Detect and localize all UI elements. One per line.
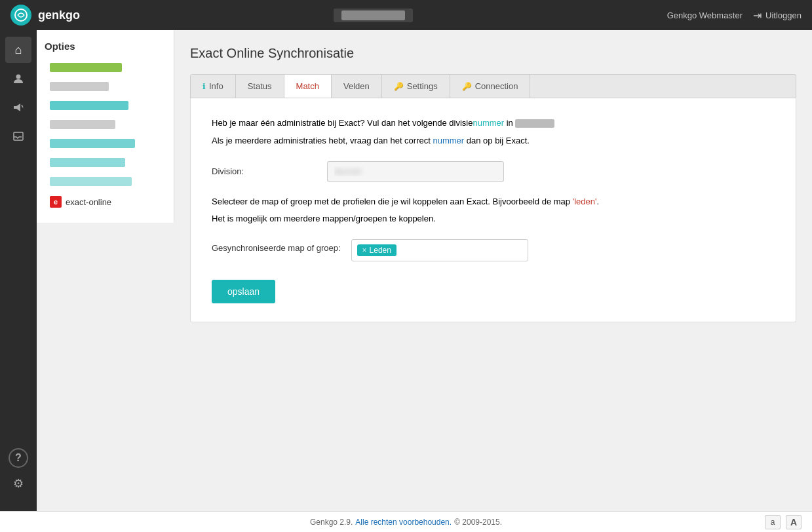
key-connection-icon: 🔑 <box>462 82 472 91</box>
division-label: Division: <box>212 166 317 176</box>
topnav-right: Genkgo Webmaster ⇥ Uitloggen <box>667 9 802 22</box>
options-item-4[interactable] <box>45 117 166 134</box>
sidebar-item-inbox[interactable] <box>5 123 31 149</box>
section2-line1-text: Selecteer de map of groep met de profiel… <box>212 197 573 206</box>
sidebar-item-megaphone[interactable] <box>5 94 31 121</box>
info-line2-suffix: dan op bij Exact. <box>464 136 530 145</box>
key-settings-icon: 🔑 <box>394 82 404 91</box>
exact-online-label: exact-online <box>66 197 111 207</box>
svg-marker-2 <box>14 104 20 111</box>
options-item-5[interactable] <box>45 136 166 153</box>
footer-text-prefix: Genkgo 2.9. <box>310 518 353 527</box>
tab-velden-label: Velden <box>343 81 370 91</box>
section2-line1-end: . <box>596 197 599 206</box>
logo-text: genkgo <box>38 9 80 22</box>
blurred-value-1 <box>515 119 554 128</box>
tab-velden[interactable]: Velden <box>332 75 382 98</box>
font-small-button[interactable]: a <box>765 515 781 529</box>
sidebar-item-users[interactable] <box>5 66 31 92</box>
options-item-6[interactable] <box>45 155 166 172</box>
tags-container[interactable]: × Leden <box>351 239 528 261</box>
tag-leden: × Leden <box>357 244 396 256</box>
tab-settings[interactable]: 🔑 Settings <box>382 75 450 98</box>
options-item-3[interactable] <box>45 98 166 115</box>
tab-status[interactable]: Status <box>236 75 284 98</box>
division-input[interactable] <box>327 161 504 182</box>
sidebar-item-settings[interactable]: ⚙ <box>5 470 31 497</box>
section2-word: 'leden' <box>573 197 597 206</box>
page-title: Exact Online Synchronisatie <box>190 46 796 61</box>
svg-rect-4 <box>14 132 23 140</box>
tab-match-label: Match <box>296 81 319 91</box>
section2-line2-text: Het is mogelijk om meerdere mappen/groep… <box>212 214 436 223</box>
info-line1-suffix: in <box>504 118 515 128</box>
content-card: Heb je maar één administratie bij Exact?… <box>190 98 796 322</box>
top-navigation: genkgo ████ Genkgo Webmaster ⇥ Uitloggen <box>0 0 812 30</box>
synced-label: Gesynchroniseerde map of groep: <box>212 239 341 253</box>
synced-row: Gesynchroniseerde map of groep: × Leden <box>212 239 775 261</box>
info-line-2: Als je meerdere administraties hebt, vra… <box>212 134 775 148</box>
svg-line-3 <box>22 105 23 107</box>
info-line2-word: nummer <box>433 136 464 145</box>
footer: Genkgo 2.9. Alle rechten voorbehouden. ©… <box>0 511 812 532</box>
logo-icon <box>10 5 31 26</box>
options-item-1[interactable] <box>45 60 166 77</box>
icon-sidebar: ⌂ ? ⚙ ··· <box>0 30 37 532</box>
section2-line-1: Selecteer de map of groep met de profiel… <box>212 195 775 209</box>
logout-icon: ⇥ <box>753 9 762 22</box>
division-row: Division: <box>212 161 775 182</box>
footer-link[interactable]: Alle rechten voorbehouden. <box>355 518 452 527</box>
tab-info-label: Info <box>209 81 223 91</box>
topnav-center-label: ████ <box>334 9 413 22</box>
options-sidebar-wrapper: Opties e exact- <box>37 30 174 532</box>
logout-label: Uitloggen <box>765 10 802 20</box>
topnav-left: genkgo <box>10 5 80 26</box>
footer-text-suffix: © 2009-2015. <box>454 518 502 527</box>
logout-button[interactable]: ⇥ Uitloggen <box>753 9 802 22</box>
options-item-7[interactable] <box>45 174 166 191</box>
user-name: Genkgo Webmaster <box>667 10 743 20</box>
options-item-exact-online[interactable]: e exact-online <box>45 193 166 211</box>
info-line-1: Heb je maar één administratie bij Exact?… <box>212 117 775 130</box>
main-layout: ⌂ ? ⚙ ··· Opties <box>0 30 812 532</box>
info-section-1: Heb je maar één administratie bij Exact?… <box>212 117 775 148</box>
exact-icon: e <box>50 196 62 208</box>
sidebar-item-help[interactable]: ? <box>9 448 28 468</box>
info-line2-prefix: Als je meerdere administraties hebt, vra… <box>212 136 433 145</box>
options-sidebar: Opties e exact- <box>37 30 174 223</box>
tab-info[interactable]: ℹ Info <box>191 75 236 98</box>
tab-connection-label: Connection <box>475 81 518 91</box>
options-title: Opties <box>45 41 166 52</box>
options-item-2[interactable] <box>45 79 166 96</box>
tab-settings-label: Settings <box>407 81 438 91</box>
svg-point-1 <box>16 75 21 79</box>
tab-status-label: Status <box>248 81 272 91</box>
tabs-bar: ℹ Info Status Match Velden 🔑 Settings 🔑 … <box>190 74 796 98</box>
tag-label: Leden <box>370 246 391 255</box>
tag-remove-icon[interactable]: × <box>362 246 367 255</box>
svg-point-0 <box>15 9 27 21</box>
info-circle-icon: ℹ <box>203 82 206 91</box>
font-large-button[interactable]: A <box>786 515 802 529</box>
tab-connection[interactable]: 🔑 Connection <box>450 75 531 98</box>
tab-match[interactable]: Match <box>284 75 332 98</box>
footer-right: a A <box>765 515 802 529</box>
info-section-2: Selecteer de map of groep met de profiel… <box>212 195 775 227</box>
main-content: Exact Online Synchronisatie ℹ Info Statu… <box>174 30 812 532</box>
info-line1-prefix: Heb je maar één administratie bij Exact?… <box>212 118 473 128</box>
save-button[interactable]: opslaan <box>212 280 275 303</box>
sidebar-item-home[interactable]: ⌂ <box>5 37 31 63</box>
info-line1-word: nummer <box>473 118 504 128</box>
section2-line-2: Het is mogelijk om meerdere mappen/groep… <box>212 212 775 226</box>
